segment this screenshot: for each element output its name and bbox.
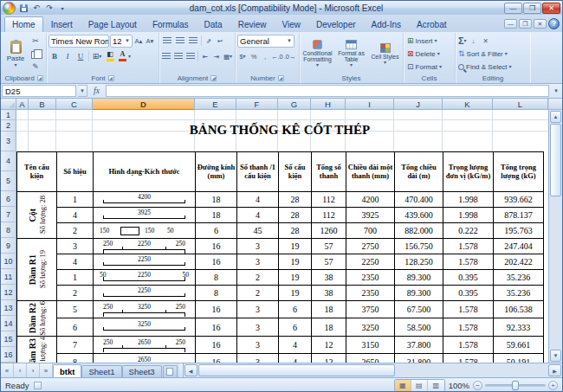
number-dialog-launcher[interactable]: ◢ [278,75,284,81]
ribbon-tab-add-ins[interactable]: Add-Ins [364,16,409,32]
cell[interactable]: 28 [279,223,312,239]
cell[interactable]: 3925 [94,208,196,223]
restore-button[interactable]: ❒ [523,3,541,14]
row-header-14[interactable]: 14 [1,316,16,331]
column-header-h[interactable]: H [311,99,346,110]
expand-formula-bar-button[interactable]: ▾ [551,85,561,97]
cell[interactable]: 3250 [94,318,196,336]
cell[interactable]: 2502650250 [94,336,196,353]
cell[interactable]: 3 [237,336,279,353]
fill-color-button[interactable]: ◧ [104,50,116,62]
table-header-cell[interactable]: Tổng chiều dài (m) [395,152,443,192]
cells-area[interactable]: BẢNG THỐNG KÊ CỐT THÉP Tên cấu kiệnSố hi… [16,110,548,363]
ribbon-tab-data[interactable]: Data [197,16,230,32]
ribbon-tab-acrobat[interactable]: Acrobat [409,16,454,32]
cell[interactable]: 57 [312,254,346,270]
select-all-corner[interactable] [1,99,16,110]
cell[interactable]: 8 [196,270,237,286]
minimize-button[interactable]: — [504,3,522,14]
cell[interactable]: 1.578 [443,336,494,353]
cell[interactable]: 2503250250 [94,301,196,318]
cell[interactable]: 878.137 [494,208,544,223]
cell[interactable]: 67.500 [395,301,443,318]
row-header-7[interactable]: 7 [1,207,16,222]
cell[interactable]: 18 [312,318,346,336]
table-header-cell[interactable]: Tên cấu kiện [17,152,57,192]
cell[interactable]: 15015050 [94,223,196,239]
cell[interactable]: 4 [57,254,94,270]
cell[interactable]: 2 [57,286,94,301]
column-header-e[interactable]: E [195,99,236,110]
row-header-16[interactable]: 16 [1,347,16,363]
font-family-combo[interactable]: Times New Rom▼ [49,35,109,48]
next-sheet-button[interactable]: › [27,363,40,377]
cell[interactable]: 16 [196,254,237,270]
horizontal-scrollbar-thumb[interactable] [198,364,395,376]
alignment-dialog-launcher[interactable]: ◢ [210,75,217,81]
cell[interactable]: 38 [312,286,346,301]
save-button[interactable] [17,3,29,14]
last-sheet-button[interactable]: » [40,363,53,377]
cell[interactable]: 939.662 [494,192,544,208]
cell[interactable]: 35.236 [494,286,544,301]
cell[interactable]: 89.300 [395,286,443,301]
increase-decimal-button[interactable]: ←.0 [271,50,283,62]
row-header-5[interactable]: 5 [1,171,16,191]
format-cells-button[interactable]: ⊡Format▾ [405,61,453,73]
cell[interactable]: 0.395 [443,286,494,301]
cell[interactable]: 31.800 [395,354,443,363]
row-header-4[interactable]: 4 [1,151,16,171]
cell[interactable]: 28 [279,208,312,223]
scroll-right-arrow[interactable]: ▶ [548,364,561,376]
row-header-12[interactable]: 12 [1,285,16,300]
ribbon-tab-page-layout[interactable]: Page Layout [81,16,145,32]
cell[interactable]: 37.800 [395,336,443,353]
cell[interactable]: 8 [57,354,94,363]
cell[interactable]: 50.191 [494,354,544,363]
cell[interactable]: 0.395 [443,270,494,286]
decrease-decimal-button[interactable]: .0→ [284,50,296,62]
column-header-f[interactable]: F [236,99,278,110]
cell[interactable]: 112 [312,208,346,223]
ribbon-tab-formulas[interactable]: Formulas [145,16,197,32]
cell[interactable]: 195.763 [494,223,544,239]
cell[interactable]: 2 [237,270,279,286]
cell[interactable]: 2350 [346,270,395,286]
cell[interactable]: 3925 [346,208,395,223]
percent-style-button[interactable]: % [249,50,259,62]
workbook-restore-button[interactable]: ❒ [519,19,532,29]
cell[interactable]: 12 [312,354,346,363]
row-header-9[interactable]: 9 [1,238,16,254]
cell[interactable]: 700 [346,223,395,239]
zoom-in-button[interactable]: + [548,381,558,390]
table-header-cell[interactable]: Số cấu kiện [279,152,312,192]
cell[interactable]: 50225050 [94,270,196,286]
cell[interactable]: 38 [312,270,346,286]
cell[interactable]: 3 [237,301,279,318]
cell[interactable]: 128.250 [395,254,443,270]
redo-button[interactable]: ↷ [43,3,55,14]
autosum-button[interactable]: Σ▾ [458,35,467,46]
row-header-8[interactable]: 8 [1,222,16,238]
column-header-g[interactable]: G [278,99,311,110]
zoom-level[interactable]: 100% [449,381,469,390]
row-header-2[interactable]: 2 [1,120,16,132]
wrap-text-button[interactable]: ↩ [215,35,225,47]
group-label-cell[interactable]: Dầm R3Số lượng: 4 [17,336,57,363]
clear-button[interactable]: ✕ [481,35,491,47]
row-header-1[interactable]: 1 [1,110,16,120]
column-header-j[interactable]: J [394,99,443,110]
cell[interactable]: 3 [237,254,279,270]
cell[interactable]: 18 [196,208,237,223]
cell[interactable]: 4 [237,208,279,223]
font-dialog-launcher[interactable]: ◢ [108,75,114,81]
cell[interactable]: 1.998 [443,192,494,208]
cell[interactable]: 6 [57,318,94,336]
cell[interactable]: 3 [237,354,279,363]
cell[interactable]: 1260 [312,223,346,239]
zoom-slider-track[interactable] [485,384,546,387]
cell[interactable]: 58.500 [395,318,443,336]
table-header-cell[interactable]: Đường kính (mm) [196,152,237,192]
name-box[interactable]: D25 [2,85,76,97]
cell[interactable]: 3150 [346,336,395,353]
